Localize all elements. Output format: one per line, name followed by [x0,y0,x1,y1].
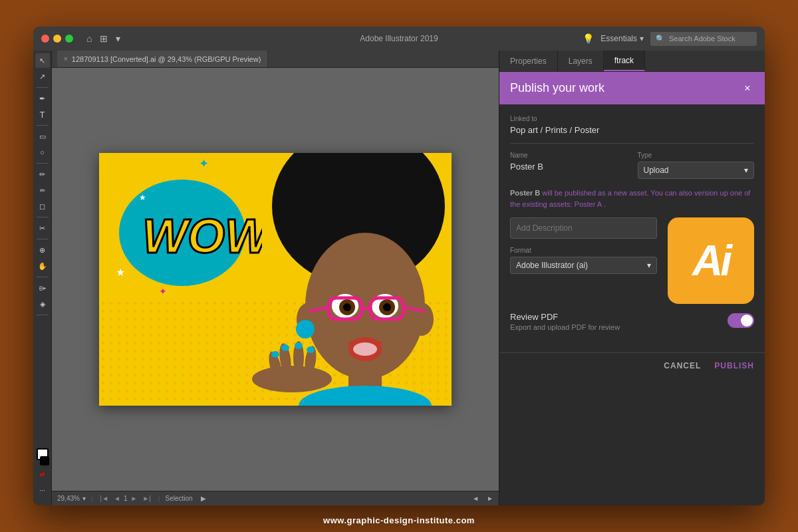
first-page-icon[interactable]: |◄ [98,494,111,503]
info-text-body: will be published as a new asset. You ca… [510,189,750,208]
tab-layers-label: Layers [569,57,593,66]
info-poster-a-link[interactable]: Poster A [575,200,602,208]
page-navigation[interactable]: |◄ ◄ 1 ► ►| [98,494,153,503]
zoom-control[interactable]: 29,43% ▾ [57,495,86,502]
publish-header: Publish your work × [499,72,765,104]
svg-point-31 [307,346,315,353]
eyedropper-tool[interactable]: ⌲ [35,281,50,295]
desc-logo-row: Add Description Format Adobe Illustrator… [510,217,754,304]
publish-close-button[interactable]: × [741,82,754,95]
ai-logo: Ai [668,217,754,304]
svg-point-30 [295,342,303,349]
prev-page-icon[interactable]: ◄ [112,494,122,503]
hand-tool[interactable]: ✋ [35,259,50,273]
essentials-button[interactable]: Essentials ▾ [600,34,644,43]
type-select-chevron-icon: ▾ [744,166,748,175]
svg-point-29 [281,344,289,351]
zoom-tool[interactable]: ⊕ [35,243,50,257]
more-tools-icon[interactable]: ··· [35,483,50,497]
ai-logo-text: Ai [692,236,730,285]
search-stock-input[interactable]: 🔍 Search Adobe Stock [650,32,757,46]
star-decoration-3: ★ [116,266,125,279]
svg-point-28 [271,351,279,358]
publish-body: Linked to Pop art / Prints / Poster Name… [499,104,765,352]
tab-properties[interactable]: Properties [499,51,558,71]
svg-point-22 [353,342,377,356]
review-pdf-subtitle: Export and upload PDF for review [510,323,620,331]
ellipse-tool[interactable]: ○ [35,145,50,160]
star-decoration-4: ✦ [159,286,167,297]
rectangle-tool[interactable]: ▭ [35,129,50,144]
divider-1 [510,143,754,144]
format-select-chevron-icon: ▾ [647,261,651,270]
app-title: Adobe Illustrator 2019 [360,34,438,43]
last-page-icon[interactable]: ►| [140,494,153,503]
scroll-arrow-right-icon[interactable]: ► [487,495,493,502]
type-label: Type [638,152,755,159]
toolbar-separator-7 [37,315,49,315]
tab-close-icon[interactable]: × [64,55,68,63]
pen-tool[interactable]: ✒ [35,91,50,106]
selection-mode-label: Selection [166,495,193,502]
type-select[interactable]: Upload ▾ [638,162,755,179]
format-select[interactable]: Adobe Illustrator (ai) ▾ [510,257,657,274]
home-icon[interactable]: ⌂ [86,33,92,44]
page-number: 1 [124,495,128,502]
tab-ftrack[interactable]: ftrack [604,51,645,71]
navigate-arrow-icon: ▶ [201,495,206,502]
publish-button[interactable]: PUBLISH [714,361,754,370]
text-tool[interactable]: T [35,107,50,122]
name-field: Name Poster B [510,152,627,180]
minimize-button[interactable] [53,35,61,43]
info-text: Poster B will be published as a new asse… [510,188,754,209]
info-poster-b: Poster B [510,189,540,197]
app-window: ⌂ ⊞ ▾ Adobe Illustrator 2019 💡 Essential… [33,27,765,505]
type-field: Type Upload ▾ [638,152,755,180]
tab-layers[interactable]: Layers [558,51,604,71]
canvas-viewport[interactable]: WOW! ✦ ★ ★ ✦ [52,68,499,491]
stroke-color[interactable] [40,456,49,466]
zoom-chevron-icon: ▾ [82,495,86,502]
eraser-tool[interactable]: ◻ [35,199,50,213]
selection-tool[interactable]: ↖ [35,53,50,68]
tab-properties-label: Properties [510,57,547,66]
toolbar-separator-6 [37,277,49,277]
title-bar-right: 💡 Essentials ▾ 🔍 Search Adobe Stock [583,32,757,46]
review-pdf-toggle[interactable] [728,313,754,328]
swap-fill-stroke-icon[interactable]: ⇄ [35,467,50,481]
cancel-button[interactable]: CANCEL [664,361,701,370]
maximize-button[interactable] [65,35,73,43]
panel-tabs: Properties Layers ftrack [499,51,765,72]
scroll-arrow-left-icon[interactable]: ◄ [472,495,479,502]
lightbulb-icon[interactable]: 💡 [583,33,594,44]
watermark: www.graphic-design-institute.com [323,515,475,525]
format-select-value: Adobe Illustrator (ai) [516,261,588,270]
format-label: Format [510,247,657,254]
traffic-lights [41,35,73,43]
status-separator-2: | [158,495,160,502]
title-bar: ⌂ ⊞ ▾ Adobe Illustrator 2019 💡 Essential… [33,27,765,51]
tab-ftrack-label: ftrack [614,56,634,65]
desc-format-col: Add Description Format Adobe Illustrator… [510,217,657,274]
description-field[interactable]: Add Description [510,217,657,239]
paintbrush-tool[interactable]: ✏ [35,167,50,182]
svg-point-6 [410,303,434,336]
toolbar-separator-1 [37,87,49,88]
star-decoration-1: ✦ [199,156,209,171]
document-tab[interactable]: × 128709113 [Converted].ai @ 29,43% (RGB… [57,51,268,67]
title-bar-icons: ⌂ ⊞ ▾ [86,33,120,44]
name-value: Poster B [510,162,627,172]
document-tab-label: 128709113 [Converted].ai @ 29,43% (RGB/G… [72,55,261,63]
toolbar-separator-5 [37,239,49,239]
direct-selection-tool[interactable]: ↗ [35,69,50,84]
canvas-area: × 128709113 [Converted].ai @ 29,43% (RGB… [52,51,499,505]
pencil-tool[interactable]: ✏ [35,183,50,198]
close-button[interactable] [41,35,49,43]
grid-icon[interactable]: ⊞ [100,33,108,44]
publish-dialog: Publish your work × Linked to Pop art / … [499,72,765,505]
gradient-tool[interactable]: ◈ [35,297,50,311]
next-page-icon[interactable]: ► [129,494,140,503]
chevron-down-icon[interactable]: ▾ [116,33,120,44]
name-label: Name [510,152,627,159]
scissors-tool[interactable]: ✂ [35,221,50,235]
